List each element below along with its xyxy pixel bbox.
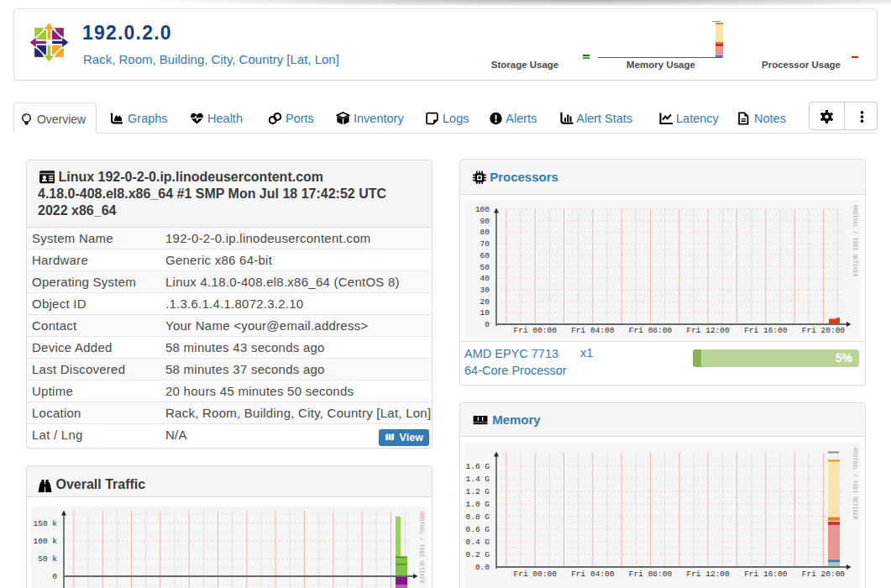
svg-text:1.2 G: 1.2 G <box>465 487 490 496</box>
svg-text:Fri 04:00: Fri 04:00 <box>571 570 615 579</box>
svg-text:Fri 08:00: Fri 08:00 <box>629 570 673 579</box>
svg-text:100: 100 <box>475 205 490 214</box>
svg-text:Fri 16:00: Fri 16:00 <box>744 326 788 335</box>
svg-text:0: 0 <box>485 320 490 329</box>
svg-text:1.4 G: 1.4 G <box>465 475 490 484</box>
svg-text:80: 80 <box>480 228 490 237</box>
svg-text:10: 10 <box>480 308 490 318</box>
svg-text:RRDTOOL / TOBI OETIKER: RRDTOOL / TOBI OETIKER <box>852 205 857 276</box>
svg-text:0: 0 <box>52 572 57 581</box>
svg-text:Fri 20:00: Fri 20:00 <box>802 570 846 579</box>
svg-text:Fri 20:00: Fri 20:00 <box>802 326 846 335</box>
svg-text:0.8 G: 0.8 G <box>465 512 490 522</box>
svg-text:Fri 00:00: Fri 00:00 <box>514 570 558 579</box>
svg-text:0.0: 0.0 <box>475 563 490 572</box>
svg-text:90: 90 <box>480 217 490 226</box>
svg-text:Fri 04:00: Fri 04:00 <box>571 326 615 335</box>
svg-text:1.0 G: 1.0 G <box>465 500 490 509</box>
svg-text:Fri 00:00: Fri 00:00 <box>514 326 558 335</box>
svg-text:Fri 12:00: Fri 12:00 <box>686 326 730 335</box>
svg-text:Fri 12:00: Fri 12:00 <box>686 570 730 579</box>
svg-text:30: 30 <box>480 286 490 295</box>
svg-text:0.2 G: 0.2 G <box>465 550 490 559</box>
svg-text:RRDTOOL / TOBI OETIKER: RRDTOOL / TOBI OETIKER <box>418 512 424 583</box>
svg-text:Fri 16:00: Fri 16:00 <box>744 570 788 579</box>
svg-text:0.6 G: 0.6 G <box>465 525 490 534</box>
svg-text:20: 20 <box>480 297 490 307</box>
svg-text:50: 50 <box>480 263 490 272</box>
svg-text:RRDTOOL / TOBI OETIKER: RRDTOOL / TOBI OETIKER <box>852 448 857 519</box>
svg-text:100 k: 100 k <box>33 537 57 546</box>
svg-text:0.4 G: 0.4 G <box>465 538 490 547</box>
svg-text:50 k: 50 k <box>38 554 57 564</box>
svg-text:40: 40 <box>480 274 490 283</box>
svg-text:1.6 G: 1.6 G <box>465 462 490 471</box>
svg-text:150 k: 150 k <box>33 519 57 528</box>
svg-text:Fri 08:00: Fri 08:00 <box>629 326 673 335</box>
svg-text:70: 70 <box>480 239 490 249</box>
svg-text:60: 60 <box>480 251 490 260</box>
